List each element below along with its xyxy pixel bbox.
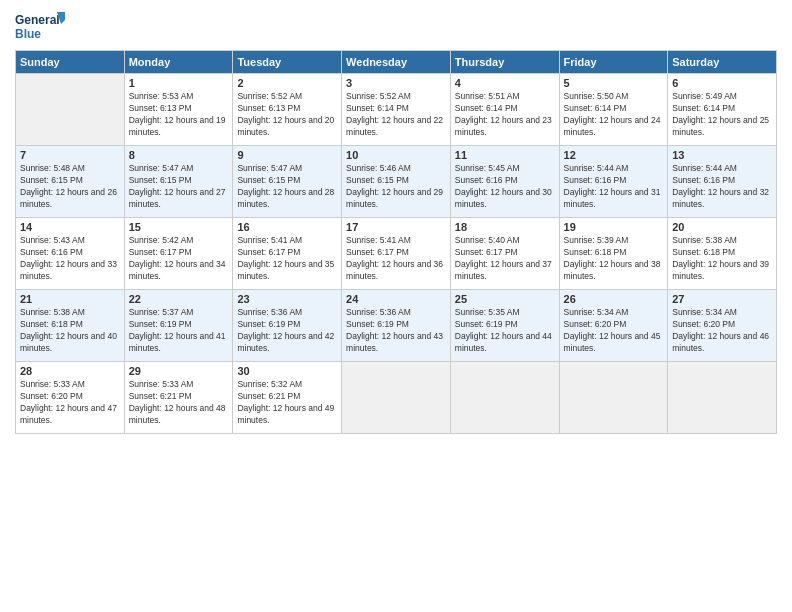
calendar-cell: 27 Sunrise: 5:34 AMSunset: 6:20 PMDaylig… <box>668 290 777 362</box>
day-info: Sunrise: 5:52 AMSunset: 6:14 PMDaylight:… <box>346 91 443 137</box>
calendar-cell: 7 Sunrise: 5:48 AMSunset: 6:15 PMDayligh… <box>16 146 125 218</box>
day-number: 22 <box>129 293 229 305</box>
col-header-monday: Monday <box>124 51 233 74</box>
header-row: SundayMondayTuesdayWednesdayThursdayFrid… <box>16 51 777 74</box>
svg-text:General: General <box>15 13 60 27</box>
day-info: Sunrise: 5:46 AMSunset: 6:15 PMDaylight:… <box>346 163 443 209</box>
calendar-cell: 10 Sunrise: 5:46 AMSunset: 6:15 PMDaylig… <box>342 146 451 218</box>
calendar-cell: 2 Sunrise: 5:52 AMSunset: 6:13 PMDayligh… <box>233 74 342 146</box>
day-info: Sunrise: 5:37 AMSunset: 6:19 PMDaylight:… <box>129 307 226 353</box>
calendar-cell: 19 Sunrise: 5:39 AMSunset: 6:18 PMDaylig… <box>559 218 668 290</box>
page-container: General Blue SundayMondayTuesdayWednesda… <box>0 0 792 444</box>
day-number: 19 <box>564 221 664 233</box>
calendar-cell: 12 Sunrise: 5:44 AMSunset: 6:16 PMDaylig… <box>559 146 668 218</box>
day-number: 17 <box>346 221 446 233</box>
calendar-cell: 17 Sunrise: 5:41 AMSunset: 6:17 PMDaylig… <box>342 218 451 290</box>
header: General Blue <box>15 10 777 46</box>
calendar-cell: 4 Sunrise: 5:51 AMSunset: 6:14 PMDayligh… <box>450 74 559 146</box>
calendar-cell <box>342 362 451 434</box>
day-info: Sunrise: 5:48 AMSunset: 6:15 PMDaylight:… <box>20 163 117 209</box>
calendar-cell <box>16 74 125 146</box>
day-number: 20 <box>672 221 772 233</box>
calendar-cell: 30 Sunrise: 5:32 AMSunset: 6:21 PMDaylig… <box>233 362 342 434</box>
day-number: 4 <box>455 77 555 89</box>
day-number: 1 <box>129 77 229 89</box>
day-info: Sunrise: 5:41 AMSunset: 6:17 PMDaylight:… <box>346 235 443 281</box>
calendar-cell: 20 Sunrise: 5:38 AMSunset: 6:18 PMDaylig… <box>668 218 777 290</box>
day-info: Sunrise: 5:38 AMSunset: 6:18 PMDaylight:… <box>20 307 117 353</box>
day-info: Sunrise: 5:33 AMSunset: 6:21 PMDaylight:… <box>129 379 226 425</box>
day-info: Sunrise: 5:41 AMSunset: 6:17 PMDaylight:… <box>237 235 334 281</box>
svg-text:Blue: Blue <box>15 27 41 41</box>
calendar-cell: 21 Sunrise: 5:38 AMSunset: 6:18 PMDaylig… <box>16 290 125 362</box>
day-info: Sunrise: 5:47 AMSunset: 6:15 PMDaylight:… <box>237 163 334 209</box>
day-number: 18 <box>455 221 555 233</box>
col-header-thursday: Thursday <box>450 51 559 74</box>
day-number: 5 <box>564 77 664 89</box>
calendar-cell: 29 Sunrise: 5:33 AMSunset: 6:21 PMDaylig… <box>124 362 233 434</box>
day-info: Sunrise: 5:44 AMSunset: 6:16 PMDaylight:… <box>672 163 769 209</box>
col-header-wednesday: Wednesday <box>342 51 451 74</box>
logo: General Blue <box>15 10 65 46</box>
day-number: 24 <box>346 293 446 305</box>
calendar-cell: 1 Sunrise: 5:53 AMSunset: 6:13 PMDayligh… <box>124 74 233 146</box>
day-number: 11 <box>455 149 555 161</box>
calendar-cell: 28 Sunrise: 5:33 AMSunset: 6:20 PMDaylig… <box>16 362 125 434</box>
day-info: Sunrise: 5:34 AMSunset: 6:20 PMDaylight:… <box>564 307 661 353</box>
calendar-cell: 18 Sunrise: 5:40 AMSunset: 6:17 PMDaylig… <box>450 218 559 290</box>
day-number: 27 <box>672 293 772 305</box>
calendar-cell: 13 Sunrise: 5:44 AMSunset: 6:16 PMDaylig… <box>668 146 777 218</box>
calendar-cell: 6 Sunrise: 5:49 AMSunset: 6:14 PMDayligh… <box>668 74 777 146</box>
day-number: 14 <box>20 221 120 233</box>
day-number: 12 <box>564 149 664 161</box>
col-header-tuesday: Tuesday <box>233 51 342 74</box>
day-number: 13 <box>672 149 772 161</box>
day-info: Sunrise: 5:36 AMSunset: 6:19 PMDaylight:… <box>237 307 334 353</box>
day-info: Sunrise: 5:52 AMSunset: 6:13 PMDaylight:… <box>237 91 334 137</box>
day-number: 3 <box>346 77 446 89</box>
day-info: Sunrise: 5:32 AMSunset: 6:21 PMDaylight:… <box>237 379 334 425</box>
day-info: Sunrise: 5:44 AMSunset: 6:16 PMDaylight:… <box>564 163 661 209</box>
day-info: Sunrise: 5:35 AMSunset: 6:19 PMDaylight:… <box>455 307 552 353</box>
calendar-cell: 25 Sunrise: 5:35 AMSunset: 6:19 PMDaylig… <box>450 290 559 362</box>
day-number: 23 <box>237 293 337 305</box>
calendar-cell: 9 Sunrise: 5:47 AMSunset: 6:15 PMDayligh… <box>233 146 342 218</box>
calendar-cell <box>559 362 668 434</box>
calendar-cell: 15 Sunrise: 5:42 AMSunset: 6:17 PMDaylig… <box>124 218 233 290</box>
day-number: 2 <box>237 77 337 89</box>
col-header-friday: Friday <box>559 51 668 74</box>
calendar-cell: 26 Sunrise: 5:34 AMSunset: 6:20 PMDaylig… <box>559 290 668 362</box>
calendar-cell: 24 Sunrise: 5:36 AMSunset: 6:19 PMDaylig… <box>342 290 451 362</box>
day-info: Sunrise: 5:36 AMSunset: 6:19 PMDaylight:… <box>346 307 443 353</box>
day-number: 30 <box>237 365 337 377</box>
day-number: 10 <box>346 149 446 161</box>
day-number: 28 <box>20 365 120 377</box>
day-info: Sunrise: 5:40 AMSunset: 6:17 PMDaylight:… <box>455 235 552 281</box>
calendar-cell: 22 Sunrise: 5:37 AMSunset: 6:19 PMDaylig… <box>124 290 233 362</box>
logo-svg: General Blue <box>15 10 65 46</box>
col-header-sunday: Sunday <box>16 51 125 74</box>
day-number: 25 <box>455 293 555 305</box>
calendar-cell: 5 Sunrise: 5:50 AMSunset: 6:14 PMDayligh… <box>559 74 668 146</box>
calendar-cell: 23 Sunrise: 5:36 AMSunset: 6:19 PMDaylig… <box>233 290 342 362</box>
calendar-cell: 14 Sunrise: 5:43 AMSunset: 6:16 PMDaylig… <box>16 218 125 290</box>
day-number: 7 <box>20 149 120 161</box>
day-info: Sunrise: 5:53 AMSunset: 6:13 PMDaylight:… <box>129 91 226 137</box>
day-info: Sunrise: 5:42 AMSunset: 6:17 PMDaylight:… <box>129 235 226 281</box>
day-number: 29 <box>129 365 229 377</box>
day-info: Sunrise: 5:43 AMSunset: 6:16 PMDaylight:… <box>20 235 117 281</box>
day-info: Sunrise: 5:38 AMSunset: 6:18 PMDaylight:… <box>672 235 769 281</box>
week-row-5: 28 Sunrise: 5:33 AMSunset: 6:20 PMDaylig… <box>16 362 777 434</box>
day-number: 21 <box>20 293 120 305</box>
day-info: Sunrise: 5:45 AMSunset: 6:16 PMDaylight:… <box>455 163 552 209</box>
week-row-4: 21 Sunrise: 5:38 AMSunset: 6:18 PMDaylig… <box>16 290 777 362</box>
day-number: 26 <box>564 293 664 305</box>
day-info: Sunrise: 5:33 AMSunset: 6:20 PMDaylight:… <box>20 379 117 425</box>
day-info: Sunrise: 5:51 AMSunset: 6:14 PMDaylight:… <box>455 91 552 137</box>
day-info: Sunrise: 5:49 AMSunset: 6:14 PMDaylight:… <box>672 91 769 137</box>
week-row-3: 14 Sunrise: 5:43 AMSunset: 6:16 PMDaylig… <box>16 218 777 290</box>
day-number: 8 <box>129 149 229 161</box>
day-info: Sunrise: 5:50 AMSunset: 6:14 PMDaylight:… <box>564 91 661 137</box>
week-row-2: 7 Sunrise: 5:48 AMSunset: 6:15 PMDayligh… <box>16 146 777 218</box>
day-number: 16 <box>237 221 337 233</box>
